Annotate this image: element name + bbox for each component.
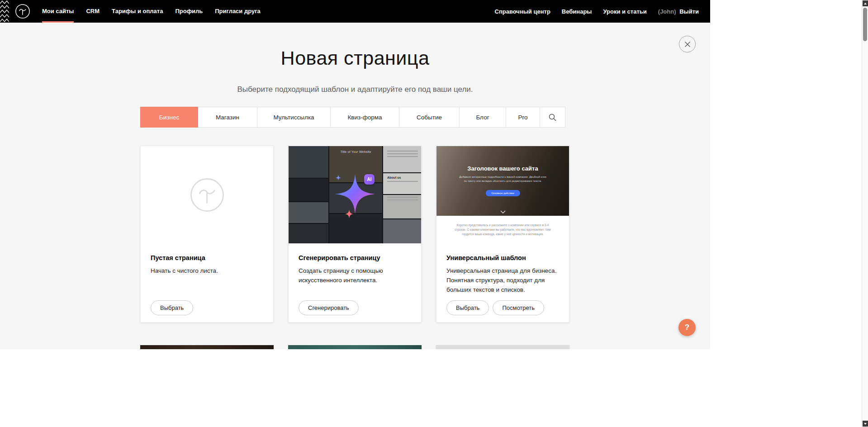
logout-link[interactable]: Выйти — [679, 8, 699, 15]
card-actions: Выбрать Посмотреть — [446, 300, 544, 315]
card-body: Сгенерировать страницу Создать страницу … — [289, 243, 421, 285]
tab-event[interactable]: Событие — [399, 107, 460, 128]
nav-webinars[interactable]: Вебинары — [562, 8, 592, 15]
card-actions: Сгенерировать — [299, 300, 359, 315]
nav-tariffs[interactable]: Тарифы и оплата — [112, 0, 163, 23]
view-template-button[interactable]: Посмотреть — [493, 300, 544, 315]
tab-blog[interactable]: Блог — [459, 107, 506, 128]
zigzag-pattern-icon — [0, 0, 9, 23]
main-navigation: Мои сайты CRM Тарифы и оплата Профиль Пр… — [42, 0, 273, 23]
tab-search[interactable] — [540, 107, 565, 128]
card-title: Пустая страница — [151, 254, 263, 261]
card-description: Универсальная страница для бизнеса. Поня… — [446, 266, 559, 295]
search-icon — [549, 114, 556, 121]
template-hero-heading: Заголовок вашего сайта — [436, 165, 569, 172]
universal-template-preview[interactable]: Заголовок вашего сайта Добавьте интересн… — [436, 146, 569, 243]
nav-profile[interactable]: Профиль — [175, 0, 203, 23]
page-subtitle: Выберите подходящий шаблон и адаптируйте… — [0, 85, 710, 94]
tilda-watermark-icon — [189, 177, 225, 213]
ai-sparkles-layer: AI — [289, 146, 421, 243]
tab-quiz-form[interactable]: Квиз-форма — [330, 107, 399, 128]
ai-sparkle-small-icon — [344, 209, 354, 219]
card-description: Создать страницу с помощью искусственног… — [299, 266, 411, 285]
template-body-text: Коротко представьтесь и расскажите о ком… — [436, 216, 569, 236]
card-body: Универсальный шаблон Универсальная стран… — [436, 243, 569, 295]
template-category-tabs: Бизнес Магазин Мультиссылка Квиз-форма С… — [140, 107, 565, 128]
viewer-scrollbar[interactable] — [862, 0, 868, 427]
chevron-down-icon — [500, 210, 506, 214]
blank-page-preview[interactable] — [141, 146, 273, 243]
page-title: Новая страница — [0, 47, 710, 69]
generate-button[interactable]: Сгенерировать — [299, 300, 359, 315]
template-card-blank: Пустая страница Начать с чистого листа. … — [140, 146, 274, 323]
template-hero-image: Заголовок вашего сайта Добавьте интересн… — [436, 146, 569, 216]
arrow-down-icon — [864, 423, 867, 425]
arrow-up-icon — [864, 3, 867, 5]
scrollbar-down-button[interactable] — [863, 421, 868, 427]
nav-help-center[interactable]: Справочный центр — [495, 8, 550, 15]
top-navbar: Мои сайты CRM Тарифы и оплата Профиль Пр… — [0, 0, 710, 23]
close-icon — [684, 41, 691, 47]
nav-crm[interactable]: CRM — [86, 0, 100, 23]
template-card-ai-generate: Title of Your Website About us — [288, 146, 422, 323]
user-name: (John) — [658, 8, 676, 15]
template-card-partial[interactable] — [288, 345, 422, 349]
template-card-partial[interactable] — [436, 345, 569, 349]
card-title: Универсальный шаблон — [446, 254, 559, 261]
tilda-logo-icon[interactable] — [15, 4, 30, 19]
nav-invite-friend[interactable]: Пригласи друга — [215, 0, 261, 23]
tab-business[interactable]: Бизнес — [140, 107, 198, 128]
card-title: Сгенерировать страницу — [299, 254, 411, 261]
card-body: Пустая страница Начать с чистого листа. — [141, 243, 273, 276]
help-button[interactable]: ? — [678, 319, 696, 336]
card-actions: Выбрать — [151, 300, 193, 315]
template-card-partial[interactable] — [140, 345, 274, 349]
template-cards-grid: Пустая страница Начать с чистого листа. … — [140, 146, 569, 323]
scrollbar-up-button[interactable] — [863, 0, 868, 6]
template-cards-grid-row2 — [140, 345, 569, 349]
template-hero-caption: Добавьте интересные подробности о вашей … — [458, 175, 548, 183]
template-card-universal: Заголовок вашего сайта Добавьте интересн… — [436, 146, 569, 323]
nav-lessons[interactable]: Уроки и статьи — [603, 8, 646, 15]
ai-generate-preview[interactable]: Title of Your Website About us — [289, 146, 421, 243]
nav-my-sites[interactable]: Мои сайты — [42, 0, 74, 23]
card-description: Начать с чистого листа. — [151, 266, 263, 276]
browser-window: Мои сайты CRM Тарифы и оплата Профиль Пр… — [0, 0, 710, 349]
ai-badge: AI — [364, 174, 375, 185]
template-hero-cta-button: Основное действие — [485, 190, 520, 196]
tab-pro[interactable]: Pro — [506, 107, 540, 128]
scrollbar-thumb[interactable] — [863, 8, 867, 41]
tab-multilink[interactable]: Мультиссылка — [257, 107, 331, 128]
tab-store[interactable]: Магазин — [198, 107, 257, 128]
ai-sparkle-tiny-icon — [335, 175, 342, 181]
user-account: (John) Выйти — [658, 8, 699, 15]
select-blank-button[interactable]: Выбрать — [151, 300, 193, 315]
secondary-navigation: Справочный центр Вебинары Уроки и статьи… — [484, 8, 711, 15]
select-template-button[interactable]: Выбрать — [446, 300, 489, 315]
